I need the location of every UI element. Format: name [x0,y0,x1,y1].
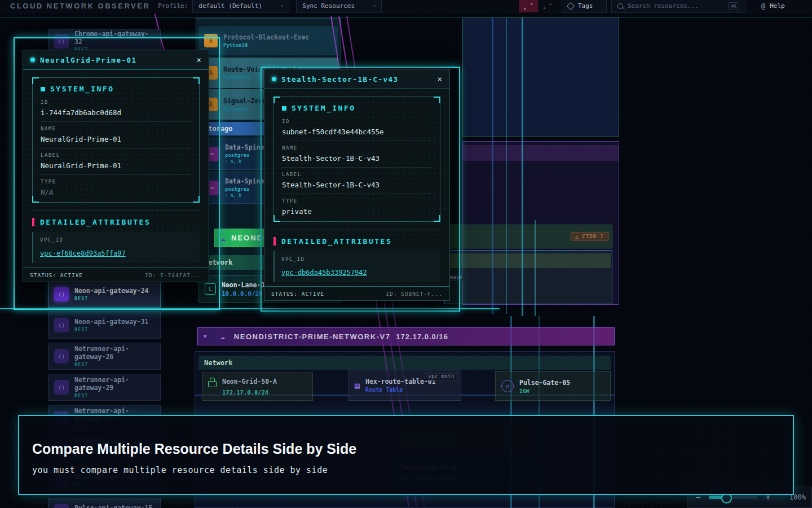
profile-dropdown[interactable]: default (Default) ▾ [192,0,289,13]
system-info-box: SYSTEM_INFO IDsubnet-f50cdf43e44bc455e N… [273,97,440,222]
app-logo: CLOUD NETWORK OBSERVER [10,2,150,10]
section-bar-icon [273,237,276,246]
api-gateway-icon: ⟨⟩ [54,380,69,395]
route-table-icon: ▤ [355,380,360,391]
link-line [492,17,493,314]
status-dot-icon [272,77,276,81]
node-internet-gateway[interactable]: ∩ Pulse-Gate-05IGW [495,371,611,401]
attribute-box: VPC_ID vpc-db6da45b339257942 [273,251,440,282]
chevron-down-icon: ▾ [280,3,283,8]
chevron-down-icon[interactable]: ▼ [204,334,206,339]
cidr-badge-label: CIDR 1 [582,234,604,239]
profile-value: default (Default) [198,2,262,10]
system-info-box: SYSTEM_INFO IDi-744fa7db6abc0d68d NAMENe… [32,77,200,203]
section-square-icon [282,106,286,111]
cidr-warning-badge[interactable]: △CIDR 1 [571,233,608,240]
chevron-down-icon: ▾ [373,3,376,8]
app-window: ⟨⟩ Chrome-api-gateway-32REST ⟨⟩ Neon-api… [0,0,812,508]
panel-footer: STATUS: ACTIVE ID: SUBNET-F... [264,286,449,300]
network-group-label: Network [204,359,233,367]
node-type: REST [74,393,155,398]
section-bar-icon [32,218,34,226]
panel-footer: STATUS: ACTIVE ID: I-744FA7... [23,268,209,282]
search-icon [617,3,623,9]
close-icon[interactable]: × [197,55,201,64]
attr-label: VPC_ID [40,237,193,243]
tags-label: Tags [578,2,593,10]
node-title: Pulse-Gate-05 [519,379,570,387]
panel-body: SYSTEM_INFO IDsubnet-f50cdf43e44bc455e N… [264,89,449,286]
node-subnet[interactable]: Neon-Grid-50-A172.17.0.0/24 [202,373,313,401]
expand-view-button[interactable]: ↗ ↙ [519,0,538,12]
field-label: LABELNeuralGrid-Prime-01 [41,148,191,175]
divider [32,211,200,211]
top-bar: CLOUD NETWORK OBSERVER Profile: default … [0,0,812,12]
section-title: SYSTEM_INFO [50,85,114,93]
link-line [535,220,536,316]
vpc-id-link[interactable]: vpc-db6da45b339257942 [281,269,367,277]
attr-label: VPC_ID [281,256,434,262]
node-title: Neon-api-gateway-31 [74,318,149,326]
lock-icon [208,381,217,387]
zoom-slider[interactable] [709,496,757,499]
node-type: Route Table [365,387,436,393]
tags-button[interactable]: Tags [562,0,607,13]
detail-panel-stealth: Stealth-Sector-1B-C-v43 × SYSTEM_INFO ID… [264,69,450,301]
footer-id-text: ID: SUBNET-F... [386,291,443,297]
panel-body: SYSTEM_INFO IDi-744fa7db6abc0d68d NAMENe… [23,70,209,268]
panel-title: Stealth-Sector-1B-C-v43 [281,75,433,84]
field-id: IDi-744fa7db6abc0d68d [41,95,191,122]
api-gateway-icon: ⟨⟩ [54,349,69,364]
link-line [522,17,523,316]
node-api-gateway[interactable]: ⟨⟩ Pulse-api-gateway-15REST [48,498,161,508]
field-type: TYPEprivate [282,194,432,220]
vpc-id-link[interactable]: vpc-ef68ce8d93a5ffa97 [40,249,126,257]
vpc-banner[interactable]: ▼ ☁ NEONDISTRICT-PRIME-NETWORK-V7 172.17… [197,327,615,345]
node-route-table[interactable]: vpc main ▤ Hex-route-table-01Route Table [348,370,461,401]
collapse-view-button[interactable]: ↙ ↗ [538,0,557,12]
vpc-name: NEONDISTRICT-PRIME-NETWORK-V7 [234,332,391,341]
section-title: DETAILED_ATTRIBUTES [281,237,392,246]
vpc-cidr: 172.17.0.0/16 [396,332,448,341]
map-region-border [0,17,812,18]
status-text: STATUS: ACTIVE [30,272,83,278]
sync-label: Sync Resources [302,2,355,10]
panel-header[interactable]: NeuralGrid-Prime-01 × [23,50,209,70]
subnet-inner-box [444,250,612,304]
node-api-gateway[interactable]: ⟨⟩ Neon-api-gateway-31REST [48,312,161,339]
sync-resources-button[interactable]: Sync Resources ▾ [296,0,382,13]
field-label: LABELStealth-Sector-1B-C-v43 [282,168,432,194]
subnet-highlight-bar: △CIDR 1 [444,225,612,248]
igw-icon: ∩ [501,380,514,392]
node-type: REST [74,327,149,332]
collapse-icon: ↗ [543,6,546,11]
warning-icon: △ [575,234,579,239]
section-title: SYSTEM_INFO [292,104,356,112]
region-box-green [462,17,619,137]
profile-label: Profile: [158,2,188,10]
section-square-icon [41,87,45,91]
field-id: IDsubnet-f50cdf43e44bc455e [282,115,432,141]
help-button[interactable]: @ Help [756,0,804,12]
vpc-main-badge: vpc main [425,373,458,380]
node-api-gateway[interactable]: ⟨⟩ Netrunner-api-gateway-29REST [48,374,161,401]
node-type: IGW [519,388,570,394]
link-line [506,17,507,314]
search-input[interactable]: Search resources... ⌘K [611,0,745,13]
api-gateway-icon: ⟨⟩ [54,318,69,332]
cloud-icon: ☁ [220,233,226,243]
network-group-header-bottom: Network [198,356,611,370]
node-api-gateway[interactable]: ⟨⟩ Netrunner-api-gateway-26REST [48,343,161,370]
node-title: Neon-Grid-50-A [222,378,277,386]
expand-icon: ↗ [530,2,533,6]
search-shortcut-badge: ⌘K [728,2,739,10]
close-icon[interactable]: × [438,75,442,84]
divider [273,230,440,230]
node-title: Protocol-Blackout-Exec [223,33,309,41]
expand-icon: ↙ [524,6,527,11]
node-runtime: Python39 [223,42,309,48]
node-cidr: 172.17.0.0/24 [222,389,277,396]
panel-header[interactable]: Stealth-Sector-1B-C-v43 × [264,69,449,89]
tag-icon [567,2,575,10]
task-banner: Compare Multiple Resource Details Side b… [18,415,794,495]
